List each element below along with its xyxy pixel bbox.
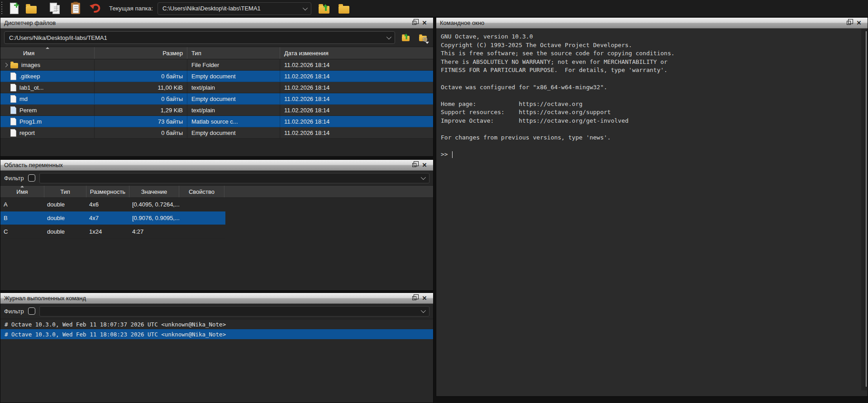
expand-chevron-icon[interactable] bbox=[4, 62, 8, 67]
close-icon: ✕ bbox=[422, 20, 427, 26]
copy-button[interactable] bbox=[48, 1, 62, 16]
variable-type: double bbox=[44, 228, 86, 235]
file-name: md bbox=[19, 96, 28, 102]
open-file-button[interactable] bbox=[24, 1, 38, 16]
command-prompt-line[interactable]: >> bbox=[441, 150, 861, 159]
file-icon bbox=[10, 106, 16, 114]
current-folder-combobox[interactable]: C:\Users\Nika\Desktop\it-labs\TEMA1 bbox=[157, 2, 311, 15]
close-icon: ✕ bbox=[422, 162, 427, 168]
file-name: Prog1.m bbox=[19, 118, 42, 125]
variable-row[interactable]: A double 4x6 [0.4095, 0.7264,... bbox=[0, 198, 225, 211]
column-header-date[interactable]: Дата изменения bbox=[280, 47, 433, 59]
undock-button[interactable] bbox=[844, 19, 854, 27]
variables-table-header: Имя Тип Размерность Значение Свойство bbox=[0, 185, 433, 198]
file-row[interactable]: lab1_ot... 11,00 KiB text/plain 11.02.20… bbox=[0, 82, 433, 93]
workspace-titlebar: Область переменных ✕ bbox=[0, 160, 433, 171]
undo-button[interactable] bbox=[88, 1, 103, 16]
undock-icon bbox=[847, 21, 851, 25]
chevron-down-icon bbox=[386, 34, 391, 39]
chevron-down-icon bbox=[303, 5, 308, 10]
main-toolbar: Текущая папка: C:\Users\Nika\Desktop\it-… bbox=[0, 0, 868, 17]
file-row[interactable]: images File Folder 11.02.2026 18:14 bbox=[0, 59, 433, 71]
file-icon bbox=[10, 84, 16, 91]
variables-list: A double 4x6 [0.4095, 0.7264,... B doubl… bbox=[0, 198, 433, 239]
file-name: images bbox=[21, 62, 40, 68]
column-header-type[interactable]: Тип bbox=[44, 186, 86, 197]
file-date: 11.02.2026 18:14 bbox=[280, 82, 433, 93]
undock-icon bbox=[412, 163, 416, 167]
folder-actions-button[interactable]: ⚙ bbox=[416, 32, 429, 43]
close-button[interactable]: ✕ bbox=[420, 294, 429, 302]
command-window-body[interactable]: GNU Octave, version 10.3.0 Copyright (C)… bbox=[436, 29, 861, 396]
variable-name: A bbox=[0, 201, 44, 208]
file-row[interactable]: Perem 1,29 KiB text/plain 11.02.2026 18:… bbox=[0, 105, 433, 116]
filter-checkbox[interactable] bbox=[28, 174, 35, 182]
filter-combobox[interactable] bbox=[39, 173, 429, 183]
file-name: .gitkeep bbox=[19, 73, 40, 80]
file-manager-toolbar: C:/Users/Nika/Desktop/it-labs/TEMA1 ⚙ bbox=[0, 29, 433, 47]
command-window-panel: Командное окно ✕ GNU Octave, version 10.… bbox=[436, 17, 868, 397]
close-button[interactable]: ✕ bbox=[420, 19, 429, 27]
scrollbar-thumb[interactable] bbox=[866, 31, 867, 387]
file-row[interactable]: md 0 байты Empty document 11.02.2026 18:… bbox=[0, 93, 433, 105]
file-row[interactable]: Prog1.m 73 байты Matlab source c... 11.0… bbox=[0, 116, 433, 127]
file-row[interactable]: report 0 байты Empty document 11.02.2026… bbox=[0, 127, 433, 139]
panel-title: Область переменных bbox=[4, 162, 410, 168]
history-entry[interactable]: # Octave 10.3.0, Wed Feb 11 18:07:37 202… bbox=[0, 319, 433, 329]
undock-button[interactable] bbox=[410, 294, 420, 302]
file-icon bbox=[10, 95, 16, 103]
close-icon: ✕ bbox=[857, 20, 862, 26]
one-directory-up-button[interactable] bbox=[399, 32, 412, 43]
new-script-button[interactable] bbox=[7, 1, 21, 16]
column-header-type[interactable]: Тип bbox=[187, 47, 280, 59]
browse-folder-button[interactable] bbox=[337, 1, 351, 16]
file-icon bbox=[10, 63, 18, 68]
file-size: 0 байты bbox=[95, 127, 187, 138]
filter-combobox[interactable] bbox=[39, 306, 429, 317]
file-type: Empty document bbox=[187, 127, 280, 138]
paste-button[interactable] bbox=[68, 1, 83, 16]
current-folder-label: Текущая папка: bbox=[109, 5, 153, 12]
variable-row[interactable]: C double 1x24 4:27 bbox=[0, 225, 225, 239]
history-entry[interactable]: # Octave 10.3.0, Wed Feb 11 18:08:23 202… bbox=[0, 329, 433, 339]
panel-title: Диспетчер файлов bbox=[4, 19, 410, 26]
file-icon bbox=[10, 72, 16, 80]
folder-icon bbox=[339, 6, 349, 14]
undock-icon bbox=[412, 21, 416, 25]
close-button[interactable]: ✕ bbox=[854, 19, 864, 27]
file-type: File Folder bbox=[187, 59, 280, 70]
history-list: # Octave 10.3.0, Wed Feb 11 18:07:37 202… bbox=[0, 319, 433, 403]
file-row[interactable]: .gitkeep 0 байты Empty document 11.02.20… bbox=[0, 71, 433, 82]
column-header-dimension[interactable]: Размерность bbox=[86, 186, 129, 197]
column-header-value[interactable]: Значение bbox=[129, 186, 179, 197]
close-button[interactable]: ✕ bbox=[420, 161, 429, 169]
history-filter-row: Фильтр bbox=[0, 304, 433, 318]
plus-icon bbox=[14, 3, 19, 8]
filter-label: Фильтр bbox=[4, 308, 24, 315]
undo-icon bbox=[90, 3, 101, 14]
history-titlebar: Журнал выполненных команд ✕ bbox=[0, 293, 433, 304]
undock-icon bbox=[412, 296, 416, 300]
copy-icon bbox=[52, 5, 60, 14]
file-type: Matlab source c... bbox=[187, 116, 280, 127]
variable-dimension: 4x7 bbox=[86, 215, 129, 221]
undock-button[interactable] bbox=[410, 161, 420, 169]
column-header-attribute[interactable]: Свойство bbox=[179, 186, 224, 197]
file-size: 1,29 KiB bbox=[95, 105, 187, 115]
close-icon: ✕ bbox=[422, 295, 427, 301]
column-header-name[interactable]: Имя bbox=[0, 47, 95, 59]
filter-checkbox[interactable] bbox=[28, 307, 35, 315]
open-folder-icon bbox=[26, 6, 37, 14]
folder-up-button[interactable] bbox=[317, 1, 331, 16]
file-size bbox=[95, 59, 187, 70]
toolbar-drag-handle[interactable] bbox=[1, 2, 3, 15]
vertical-scrollbar[interactable] bbox=[861, 29, 868, 390]
variable-name: C bbox=[0, 228, 44, 235]
undock-button[interactable] bbox=[410, 19, 420, 27]
variable-row[interactable]: B double 4x7 [0.9076, 0.9095,... bbox=[0, 211, 225, 225]
column-header-size[interactable]: Размер bbox=[95, 47, 187, 59]
column-header-name[interactable]: Имя bbox=[0, 186, 44, 197]
file-path-combobox[interactable]: C:/Users/Nika/Desktop/it-labs/TEMA1 bbox=[4, 31, 395, 44]
file-date: 11.02.2026 18:14 bbox=[280, 71, 433, 82]
panel-title: Журнал выполненных команд bbox=[4, 295, 410, 302]
